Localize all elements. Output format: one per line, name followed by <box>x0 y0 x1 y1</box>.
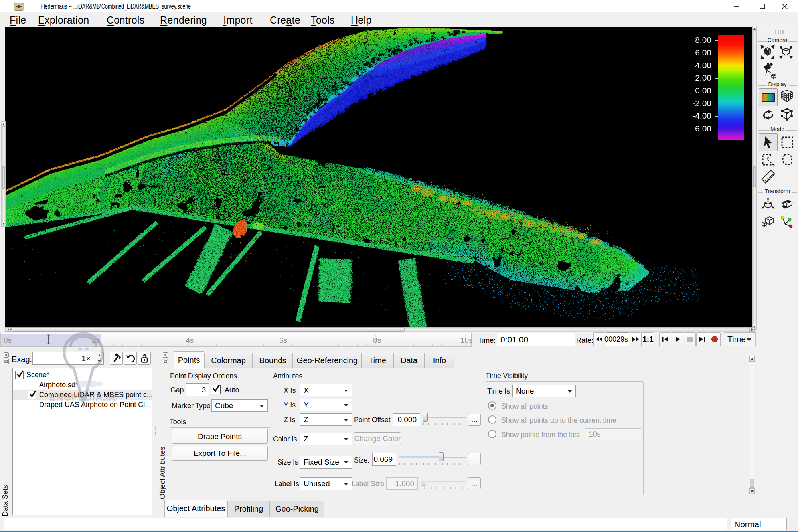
build-button[interactable] <box>110 352 123 365</box>
play-button[interactable] <box>672 332 683 346</box>
rate-decrease-button[interactable] <box>593 332 605 346</box>
point-offset-more-button[interactable]: ... <box>468 414 481 426</box>
spin-down-icon[interactable] <box>95 358 103 364</box>
viewport-horizontal-scrollbar[interactable] <box>5 327 755 332</box>
exag-spinner[interactable] <box>95 352 104 365</box>
tab-colormap[interactable]: Colormap <box>204 353 253 368</box>
lock-button[interactable] <box>138 352 151 365</box>
left-view-scrollbar[interactable] <box>1 121 6 227</box>
timeline-ruler[interactable]: 0s 2s 4s 6s 8s 10s <box>0 333 472 347</box>
tab-geo-referencing[interactable]: Geo-Referencing <box>293 353 361 368</box>
checkbox-unchecked[interactable] <box>28 401 36 409</box>
tree-row-draped[interactable]: Draped UAS Airphoto on Point Cl... <box>13 400 152 410</box>
menu-exploration[interactable]: Exploration <box>38 14 89 26</box>
camera-view-button[interactable] <box>762 62 778 79</box>
x-is-combo[interactable]: X <box>300 384 352 396</box>
scroll-left-icon[interactable] <box>6 327 11 332</box>
measure-button[interactable] <box>761 169 776 185</box>
time-is-combo[interactable]: None <box>512 385 576 397</box>
stop-button[interactable] <box>684 332 696 346</box>
status-input[interactable] <box>4 518 727 530</box>
show-up-to-current-radio[interactable] <box>488 415 496 424</box>
object-attributes-side-tab[interactable]: Object Attributes <box>158 443 167 499</box>
wireframe-cube-button[interactable] <box>779 89 794 104</box>
scroll-up-icon[interactable] <box>2 122 5 127</box>
tab-info[interactable]: Info <box>425 353 454 368</box>
slider-handle[interactable] <box>423 413 428 422</box>
undo-button[interactable] <box>124 352 137 365</box>
polygon-select-button[interactable] <box>760 152 776 167</box>
slider-handle[interactable] <box>421 477 426 486</box>
attributes-close-button[interactable] <box>163 352 168 358</box>
label-size-slider[interactable] <box>421 476 466 490</box>
checkbox-unchecked[interactable] <box>28 381 36 389</box>
checkbox-checked[interactable] <box>15 371 24 379</box>
panel-vertical-scrollbar[interactable] <box>749 356 755 494</box>
export-to-file-button[interactable]: Export To File... <box>172 446 268 461</box>
menu-rendering[interactable]: Rendering <box>160 14 207 26</box>
time-mode-combo[interactable]: Time <box>724 332 756 346</box>
rate-1to1-button[interactable]: 1:1 <box>642 332 654 346</box>
bottom-tab-profiling[interactable]: Profiling <box>227 501 270 517</box>
translate-button[interactable] <box>760 197 776 211</box>
color-is-combo[interactable]: Z <box>300 433 352 445</box>
menu-help[interactable]: Help <box>351 14 372 26</box>
auto-checkbox[interactable] <box>211 385 221 394</box>
tree-row-combined[interactable]: Combined LiDAR & MBES point c... <box>13 390 152 400</box>
scale-button[interactable] <box>760 214 776 229</box>
viewport-vscrollbar-thumb[interactable] <box>753 166 756 187</box>
label-is-combo[interactable]: Unused <box>300 477 352 490</box>
menu-file[interactable]: File <box>10 14 26 26</box>
view-all-button[interactable] <box>778 45 794 60</box>
bottom-tab-geo-picking[interactable]: Geo-Picking <box>270 501 324 517</box>
scroll-down-icon[interactable] <box>2 222 5 226</box>
menu-tools[interactable]: Tools <box>311 14 335 26</box>
show-from-last-input[interactable]: 10s <box>585 428 641 440</box>
show-all-points-radio[interactable] <box>488 401 496 410</box>
size-is-combo[interactable]: Fixed Size <box>300 456 352 469</box>
attributes-float-button[interactable] <box>163 359 168 364</box>
select-mode-button[interactable] <box>759 133 778 151</box>
tab-data[interactable]: Data <box>393 353 425 368</box>
gap-input[interactable]: 3 <box>186 383 209 396</box>
scroll-up-icon[interactable] <box>753 26 756 31</box>
rotate-view-button[interactable] <box>760 108 776 121</box>
left-scrollbar-thumb[interactable] <box>2 166 5 189</box>
tab-time[interactable]: Time <box>361 353 393 368</box>
checkbox-checked[interactable] <box>28 391 36 399</box>
rotate-object-button[interactable] <box>779 198 794 211</box>
colormap-display-button[interactable] <box>759 88 778 106</box>
size-slider[interactable] <box>399 452 466 465</box>
bottom-tab-object-attributes[interactable]: Object Attributes <box>164 500 227 517</box>
y-is-combo[interactable]: Y <box>300 399 352 411</box>
lasso-select-button[interactable] <box>780 152 795 167</box>
viewport-vertical-scrollbar[interactable] <box>752 26 757 330</box>
vertex-cube-button[interactable] <box>779 107 794 122</box>
menu-import[interactable]: Import <box>223 14 253 26</box>
exag-input[interactable]: 1× <box>32 352 95 365</box>
scroll-up-icon[interactable] <box>749 356 755 362</box>
show-from-last-radio[interactable] <box>488 430 496 438</box>
maximize-button[interactable] <box>751 0 774 12</box>
drape-points-button[interactable]: Drape Points <box>172 429 268 444</box>
menu-controls[interactable]: Controls <box>107 14 145 26</box>
record-button[interactable] <box>709 332 721 346</box>
scene-3d-view[interactable]: 8.00 6.00 4.00 2.00 0.00 -2.00 -4.00 -6.… <box>5 27 752 327</box>
label-size-more-button[interactable]: ... <box>468 477 481 489</box>
rect-select-button[interactable] <box>780 135 794 150</box>
minimize-button[interactable] <box>725 0 748 12</box>
size-more-button[interactable]: ... <box>468 453 481 465</box>
scroll-down-icon[interactable] <box>749 488 755 494</box>
tree-row-scene[interactable]: Scene* <box>13 370 152 380</box>
axes-button[interactable] <box>780 215 794 229</box>
skip-end-button[interactable] <box>696 332 708 346</box>
point-offset-input[interactable]: 0.000 <box>393 413 420 426</box>
time-cursor[interactable] <box>46 334 51 344</box>
z-is-combo[interactable]: Z <box>300 413 352 426</box>
label-size-input[interactable]: 1.000 <box>386 477 418 490</box>
skip-start-button[interactable] <box>659 332 671 346</box>
dock-splitter[interactable] <box>154 347 158 518</box>
marker-type-combo[interactable]: Cube <box>211 399 268 412</box>
menu-create[interactable]: Create <box>270 14 300 26</box>
datasets-close-button[interactable] <box>4 352 9 358</box>
